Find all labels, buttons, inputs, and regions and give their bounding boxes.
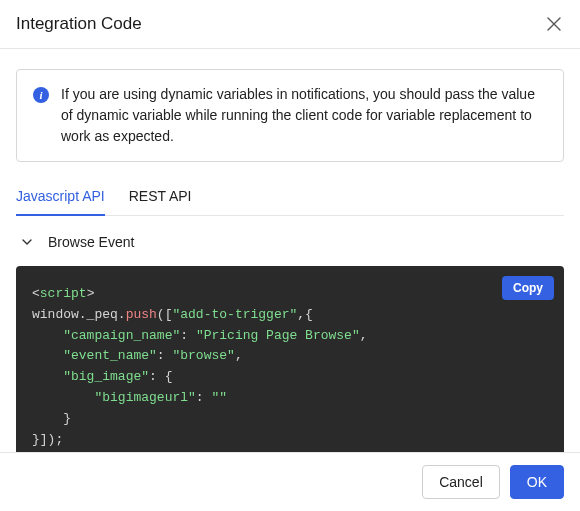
- code-token: :: [180, 328, 188, 343]
- info-text: If you are using dynamic variables in no…: [61, 84, 547, 147]
- code-token: }]);: [32, 432, 63, 447]
- code-token: "browse": [172, 348, 234, 363]
- info-banner: i If you are using dynamic variables in …: [16, 69, 564, 162]
- code-token: window._peq: [32, 307, 118, 322]
- tab-javascript-api[interactable]: Javascript API: [16, 178, 105, 216]
- code-token: :: [196, 390, 204, 405]
- code-block: Copy<script> window._peq.push(["add-to-t…: [16, 266, 564, 468]
- copy-button[interactable]: Copy: [502, 276, 554, 300]
- code-token: "": [211, 390, 227, 405]
- modal-title: Integration Code: [16, 14, 142, 34]
- code-token: >: [87, 286, 95, 301]
- modal-content: i If you are using dynamic variables in …: [0, 49, 580, 468]
- code-token: ([: [157, 307, 173, 322]
- accordion-title: Browse Event: [48, 234, 134, 250]
- modal-footer: Cancel OK: [0, 452, 580, 511]
- code-token: .: [118, 307, 126, 322]
- code-token: <: [32, 286, 40, 301]
- code-token: push: [126, 307, 157, 322]
- code-token: }: [63, 411, 71, 426]
- modal-header: Integration Code: [0, 0, 580, 49]
- cancel-button[interactable]: Cancel: [422, 465, 500, 499]
- code-token: :: [149, 369, 157, 384]
- code-token: ,: [235, 348, 243, 363]
- code-token: "event_name": [63, 348, 157, 363]
- close-button[interactable]: [544, 14, 564, 34]
- tabs: Javascript API REST API: [16, 178, 564, 216]
- code-token: ,: [360, 328, 368, 343]
- tab-rest-api[interactable]: REST API: [129, 178, 192, 216]
- close-icon: [547, 17, 561, 31]
- ok-button[interactable]: OK: [510, 465, 564, 499]
- code-token: "bigimageurl": [94, 390, 195, 405]
- code-token: "campaign_name": [63, 328, 180, 343]
- code-token: "big_image": [63, 369, 149, 384]
- code-token: "add-to-trigger": [172, 307, 297, 322]
- code-token: {: [165, 369, 173, 384]
- info-icon: i: [33, 87, 49, 103]
- accordion-browse-event[interactable]: Browse Event: [16, 216, 564, 266]
- code-token: :: [157, 348, 165, 363]
- chevron-down-icon: [20, 235, 34, 249]
- code-token: script: [40, 286, 87, 301]
- code-token: ,{: [297, 307, 313, 322]
- code-token: "Pricing Page Browse": [196, 328, 360, 343]
